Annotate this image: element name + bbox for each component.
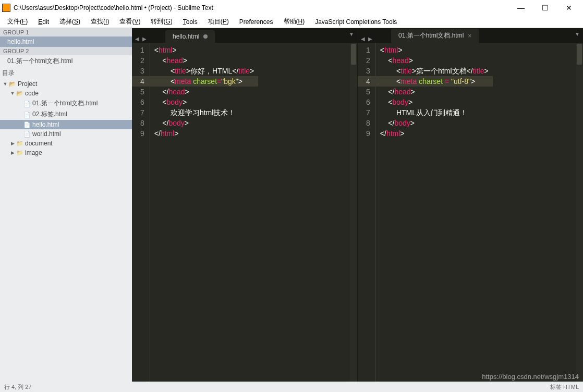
- file-item[interactable]: world.html: [0, 129, 132, 139]
- folder-label: code: [25, 90, 39, 97]
- menu-item[interactable]: 查找(I): [86, 16, 114, 27]
- file-label: hello.html: [32, 121, 59, 128]
- statusbar: 行 4, 列 27 标签 HTML: [0, 382, 583, 392]
- folder-label: document: [25, 140, 53, 147]
- menu-item[interactable]: 转到(G): [145, 16, 177, 27]
- folder-icon: [8, 80, 17, 88]
- folder-code[interactable]: ▼ code: [0, 89, 132, 98]
- menu-item[interactable]: 选择(S): [54, 16, 86, 27]
- folder-icon: [16, 149, 24, 156]
- file-icon: [23, 130, 31, 138]
- app-icon: [2, 4, 10, 12]
- tabbar-left: ◀ ▶ hello.html ▼: [132, 28, 357, 43]
- folders-header: 目录: [0, 67, 132, 79]
- group-2-header: GROUP 2: [0, 47, 132, 55]
- menu-item[interactable]: 文件(F): [2, 16, 33, 27]
- tab-prev-icon[interactable]: ◀: [360, 35, 366, 43]
- window-controls: — ☐ ✕: [509, 1, 581, 15]
- status-right[interactable]: 标签 HTML: [550, 383, 579, 391]
- file-label: world.html: [32, 130, 61, 138]
- scrollbar[interactable]: [350, 43, 357, 382]
- open-file-01[interactable]: 01.第一个html文档.html: [0, 55, 132, 67]
- menu-item[interactable]: JavaScript Completions Tools: [310, 17, 402, 27]
- file-item[interactable]: hello.html: [0, 120, 132, 129]
- close-tab-icon[interactable]: ×: [468, 32, 471, 40]
- folder-project[interactable]: ▼ Project: [0, 79, 132, 89]
- menu-item[interactable]: Preferences: [234, 17, 278, 27]
- gutter: 123456789: [132, 43, 150, 382]
- close-button[interactable]: ✕: [557, 1, 581, 15]
- gutter: 123456789: [358, 43, 376, 382]
- group-1-header: GROUP 1: [0, 28, 132, 36]
- file-icon: [23, 121, 31, 128]
- tab-next-icon[interactable]: ▶: [367, 35, 373, 43]
- pane-right: ◀ ▶ 01.第一个html文档.html × ▼ 123456789 <htm…: [357, 28, 583, 382]
- tab-nav: ◀ ▶: [132, 35, 150, 43]
- tabbar-right: ◀ ▶ 01.第一个html文档.html × ▼: [358, 28, 583, 43]
- tab-nav: ◀ ▶: [358, 35, 375, 43]
- open-file-hello[interactable]: hello.html: [0, 36, 132, 47]
- chevron-down-icon[interactable]: ▼: [9, 91, 16, 96]
- editor-panes: ◀ ▶ hello.html ▼ 123456789 <html> <head>…: [132, 28, 583, 382]
- sidebar: GROUP 1 hello.html GROUP 2 01.第一个html文档.…: [0, 28, 132, 382]
- menu-item[interactable]: 帮助(H): [278, 16, 310, 27]
- tab-dropdown-icon[interactable]: ▼: [575, 31, 580, 37]
- chevron-down-icon[interactable]: ▼: [2, 81, 8, 87]
- file-item[interactable]: 01.第一个html文档.html: [0, 98, 132, 109]
- tab-01[interactable]: 01.第一个html文档.html ×: [391, 29, 479, 43]
- folder-icon: [16, 90, 24, 97]
- status-left: 行 4, 列 27: [4, 383, 32, 391]
- menu-item[interactable]: 项目(P): [203, 16, 234, 27]
- scrollbar[interactable]: [576, 43, 583, 382]
- menu-item[interactable]: 查看(V): [114, 16, 145, 27]
- file-label: 02.标签.html: [32, 110, 67, 119]
- folder-label: image: [25, 149, 42, 156]
- chevron-right-icon[interactable]: ▶: [9, 141, 16, 146]
- dirty-indicator-icon: [203, 34, 208, 39]
- tab-hello[interactable]: hello.html: [165, 30, 215, 43]
- chevron-right-icon[interactable]: ▶: [9, 150, 16, 155]
- code-area-right[interactable]: 123456789 <html> <head> <title>第一个html文档…: [358, 43, 583, 382]
- titlebar: C:\Users\asus\Desktop\Project\code\hello…: [0, 0, 583, 16]
- folder-label: Project: [18, 80, 37, 88]
- minimize-button[interactable]: —: [509, 1, 533, 15]
- tab-prev-icon[interactable]: ◀: [134, 35, 140, 43]
- pane-left: ◀ ▶ hello.html ▼ 123456789 <html> <head>…: [132, 28, 357, 382]
- file-icon: [23, 100, 31, 107]
- code-area-left[interactable]: 123456789 <html> <head> <title>你好，HTML</…: [132, 43, 357, 382]
- tab-label: hello.html: [173, 33, 199, 40]
- window-title: C:\Users\asus\Desktop\Project\code\hello…: [14, 4, 509, 11]
- folder-icon: [16, 140, 24, 147]
- file-icon: [23, 111, 31, 118]
- file-item[interactable]: 02.标签.html: [0, 109, 132, 120]
- folder-document[interactable]: ▶ document: [0, 139, 132, 148]
- main-area: GROUP 1 hello.html GROUP 2 01.第一个html文档.…: [0, 28, 583, 382]
- file-label: 01.第一个html文档.html: [32, 99, 98, 108]
- code-content[interactable]: <html> <head> <title>第一个html文档</title> <…: [376, 43, 493, 382]
- maximize-button[interactable]: ☐: [533, 1, 557, 15]
- folder-image[interactable]: ▶ image: [0, 148, 132, 157]
- menubar: 文件(F)Edit选择(S)查找(I)查看(V)转到(G)Tools项目(P)P…: [0, 16, 583, 28]
- tab-label: 01.第一个html文档.html: [398, 31, 464, 40]
- menu-item[interactable]: Edit: [33, 17, 54, 27]
- tab-dropdown-icon[interactable]: ▼: [349, 31, 354, 37]
- code-content[interactable]: <html> <head> <title>你好，HTML</title> <me…: [150, 43, 258, 382]
- tab-next-icon[interactable]: ▶: [141, 35, 148, 43]
- menu-item[interactable]: Tools: [178, 17, 203, 27]
